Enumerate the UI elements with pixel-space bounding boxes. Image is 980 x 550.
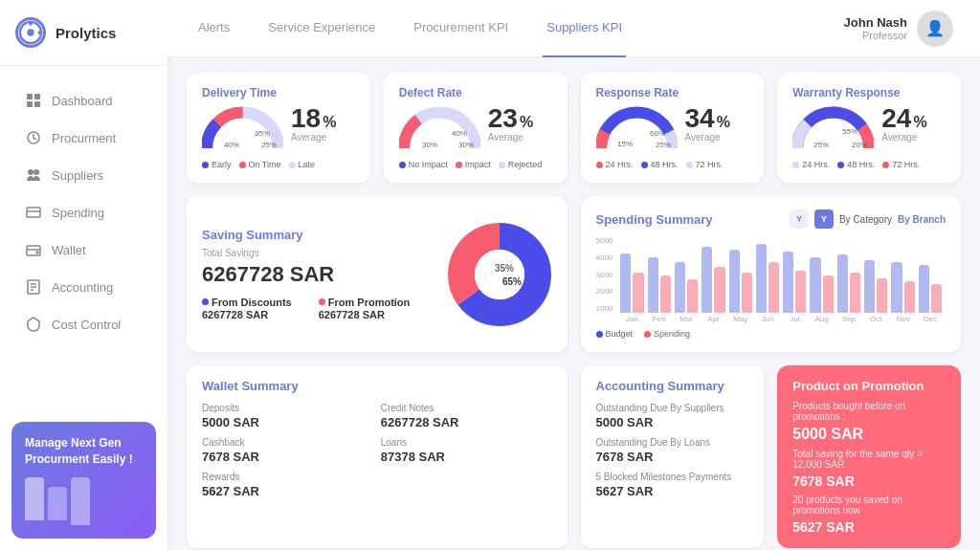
legend-item: 24 Hrs. [596, 160, 634, 169]
budget-bar [648, 257, 658, 313]
svg-point-1 [27, 29, 33, 35]
legend-label: On Time [249, 160, 281, 169]
svg-point-14 [36, 252, 38, 253]
legend-item: 24 Hrs. [792, 160, 830, 169]
legend-label: Rejected [508, 160, 543, 169]
breakdown-value: 6267728 SAR [319, 309, 385, 320]
breakdown-discounts: From Discounts 6267728 SAR [202, 297, 315, 321]
accounting-label: Outstanding Due By Suppliers [596, 403, 749, 413]
app-name: Prolytics [56, 25, 116, 41]
saving-amount: 6267728 SAR [202, 262, 432, 287]
x-label: Dec [919, 315, 942, 323]
sidebar-item-cost-control[interactable]: Cost Control [8, 306, 160, 342]
kpi-legend: Early On Time Late [202, 160, 355, 169]
by-category-filter[interactable]: By Category [839, 214, 892, 225]
sidebar-promo-card: Manage Next Gen Procurment Easily ! [11, 422, 156, 539]
wallet-value: 87378 SAR [381, 450, 552, 464]
wallet-value: 6267728 SAR [381, 415, 552, 429]
suppliers-icon [25, 166, 42, 184]
svg-text:35%: 35% [255, 129, 270, 138]
wallet-value: 7678 SAR [202, 450, 373, 464]
wallet-label: Credit Notes [381, 403, 552, 413]
wallet-label: Deposits [202, 403, 373, 413]
legend-label: 72 Hrs. [696, 160, 724, 169]
promo-title: Manage Next Gen Procurment Easily ! [25, 435, 143, 468]
legend-item: Rejected [499, 160, 543, 169]
kpi-legend: 24 Hrs. 48 Hrs. 72 Hrs. [792, 160, 946, 169]
svg-text:30%: 30% [458, 141, 474, 149]
x-label: Oct [864, 315, 887, 323]
logo-icon [15, 17, 46, 48]
legend-label: Spending [654, 329, 690, 339]
sidebar-item-suppliers[interactable]: Suppliers [8, 157, 160, 193]
legend-label: Impact [465, 160, 491, 169]
wallet-summary-card: Wallet Summary Deposits 5000 SAR Credit … [187, 365, 568, 548]
spending-bar [795, 271, 806, 313]
saving-pie-chart: 35% 65% [447, 222, 552, 327]
bar-group [810, 257, 833, 313]
tab-suppliers-kpi[interactable]: Suppliers KPI [543, 0, 626, 57]
sidebar-item-label: Wallet [52, 243, 86, 257]
wallet-icon [25, 241, 42, 258]
accounting-title: Accounting Summary [596, 379, 749, 393]
kpi-unit: % [520, 114, 533, 131]
sidebar-item-procurement[interactable]: Procurment [8, 120, 160, 156]
monthly-btn[interactable]: Y [790, 209, 809, 229]
bar-group [675, 262, 698, 313]
bar-group [864, 260, 887, 313]
chart-x-labels: JanFebMarAprMayJunJulAugSepOctNovDec [616, 315, 946, 323]
saving-breakdown: From Discounts 6267728 SAR From Promotio… [202, 297, 432, 321]
wallet-label: Loans [381, 437, 552, 448]
legend-item: Early [202, 160, 232, 169]
svg-text:55%: 55% [842, 127, 858, 136]
x-label: May [729, 315, 752, 323]
budget-bar [729, 250, 740, 313]
sidebar-item-spending[interactable]: Spending [8, 194, 160, 231]
svg-text:40%: 40% [452, 129, 467, 138]
x-label: Feb [648, 315, 671, 323]
y-label: 4000 [596, 253, 613, 262]
legend-label: No Impact [409, 160, 448, 169]
sidebar-item-dashboard[interactable]: Dashboard [8, 82, 160, 119]
tab-procurement-kpi[interactable]: Procurement KPI [410, 0, 512, 57]
x-label: Mar [675, 315, 698, 323]
sidebar-item-wallet[interactable]: Wallet [8, 231, 160, 268]
chart-inner: JanFebMarAprMayJunJulAugSepOctNovDec [616, 236, 946, 323]
svg-text:35%: 35% [495, 263, 514, 274]
promo-value-1: 5000 SAR [792, 426, 946, 443]
logo: Prolytics [0, 0, 167, 66]
accounting-item-suppliers: Outstanding Due By Suppliers 5000 SAR [596, 403, 749, 429]
wallet-label: Rewards [202, 472, 373, 482]
wallet-item-cashback: Cashback 7678 SAR [202, 437, 373, 464]
spending-bar [742, 273, 752, 313]
promo-text-1: Products bought before on promotions : [792, 401, 946, 422]
svg-text:20%: 20% [852, 141, 867, 149]
svg-rect-5 [34, 94, 40, 99]
spending-bar [823, 275, 834, 313]
accounting-item-loans: Outstanding Due By Loans 7678 SAR [596, 437, 749, 464]
svg-text:60%: 60% [650, 129, 665, 138]
breakdown-label-text: From Discounts [212, 297, 292, 308]
y-label: 5000 [596, 236, 613, 245]
svg-text:25%: 25% [261, 141, 277, 149]
bar-group [648, 257, 671, 313]
kpi-title: Defect Rate [399, 86, 552, 99]
accounting-summary-card: Accounting Summary Outstanding Due By Su… [581, 365, 765, 548]
yearly-btn[interactable]: Y [814, 209, 834, 229]
bar-group [783, 252, 806, 313]
sidebar-item-accounting[interactable]: Accounting [8, 269, 160, 305]
tab-service-experience[interactable]: Service Experience [264, 0, 379, 57]
spending-bar [633, 273, 643, 313]
bar-group [891, 262, 914, 313]
x-label: Aug [810, 315, 833, 323]
header: Alerts Service Experience Procurement KP… [167, 0, 980, 57]
wallet-value: 5000 SAR [202, 415, 373, 429]
kpi-unit: % [323, 114, 336, 131]
budget-bar [810, 257, 820, 313]
user-role: Professor [844, 30, 907, 41]
breakdown-label-text: From Promotion [328, 297, 411, 308]
by-branch-filter[interactable]: By Branch [898, 214, 946, 225]
bar-group [729, 250, 752, 313]
kpi-value: 23 [488, 105, 518, 132]
tab-alerts[interactable]: Alerts [194, 0, 234, 57]
